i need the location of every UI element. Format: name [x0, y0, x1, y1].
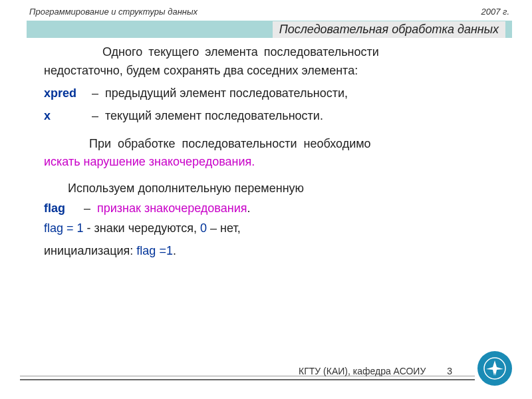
- init-label: инициализация:: [44, 244, 136, 257]
- var-x-row: x – текущий элемент последовательности.: [44, 107, 496, 126]
- var-xpred-row: xpred – предыдущий элемент последователь…: [44, 84, 496, 103]
- para3: Используем дополнительную переменную: [44, 180, 496, 198]
- flag-desc: признак знакочередования.: [97, 200, 496, 218]
- flag-text-1: - знаки чередуются,: [84, 221, 201, 235]
- page-number: 3: [447, 366, 452, 376]
- flag-values: flag = 1 - знаки чередуются, 0 – нет,: [44, 219, 496, 238]
- para1-line1: Одного текущего элемента последовательно…: [44, 43, 496, 62]
- flag-zero: 0: [200, 221, 207, 235]
- footer-org: КГТУ (КАИ), кафедра АСОИУ: [299, 366, 426, 376]
- para2-highlight: искать нарушение знакочередования.: [44, 153, 496, 172]
- dash: –: [84, 200, 97, 218]
- dash: –: [92, 84, 105, 103]
- course-title: Программирование и структуры данных: [29, 7, 198, 17]
- flag-desc-text: признак знакочередования: [97, 201, 247, 215]
- var-x: x: [44, 107, 92, 126]
- flag-eq-1: flag = 1: [44, 221, 84, 235]
- para1-line2: недостаточно, будем сохранять два соседн…: [44, 62, 496, 80]
- subtitle: Последовательная обработка данных: [273, 21, 505, 38]
- slide-body: Одного текущего элемента последовательно…: [27, 38, 512, 261]
- var-x-desc: текущий элемент последовательности.: [105, 107, 496, 126]
- var-xpred: xpred: [44, 84, 92, 103]
- init-value: flag =1: [136, 244, 173, 257]
- init-dot: .: [173, 244, 176, 257]
- slide-header: Программирование и структуры данных 2007…: [27, 7, 512, 18]
- airplane-logo-icon: [477, 351, 512, 386]
- year: 2007 г.: [481, 7, 509, 17]
- flag-text-2: – нет,: [207, 221, 241, 235]
- flag-init: инициализация: flag =1.: [44, 242, 496, 261]
- flag-desc-dot: .: [247, 201, 250, 215]
- var-xpred-desc: предыдущий элемент последовательности,: [105, 84, 496, 103]
- subtitle-bar: Последовательная обработка данных: [27, 21, 512, 38]
- slide-footer: КГТУ (КАИ), кафедра АСОИУ 3: [27, 352, 512, 386]
- var-flag: flag: [44, 200, 84, 218]
- flag-row: flag – признак знакочередования.: [44, 200, 496, 218]
- para2: При обработке последовательности необход…: [44, 135, 496, 154]
- footer-text: КГТУ (КАИ), кафедра АСОИУ 3: [299, 366, 452, 376]
- dash: –: [92, 107, 105, 126]
